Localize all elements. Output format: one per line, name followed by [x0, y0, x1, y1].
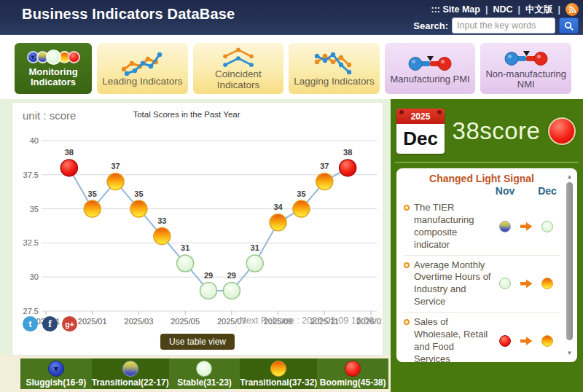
changed-items-list: The TIER manufacturing composite indicat… [404, 198, 560, 362]
tab-label: Lagging Indicators [294, 77, 374, 87]
tab-label: Leading Indicators [102, 77, 182, 87]
legend-label: Booming(45-38) [320, 377, 386, 388]
link-divider: | [485, 4, 488, 15]
google-plus-share-icon[interactable]: g+ [62, 316, 77, 332]
use-table-view-button[interactable]: Use table view [160, 334, 235, 350]
prev-month-header: Nov [493, 185, 517, 197]
tab-label: Coincident Indicators [195, 69, 283, 91]
indicator-link[interactable]: The TIER manufacturing composite indicat… [404, 202, 493, 251]
data-point-label: 34 [273, 203, 283, 211]
current-signal-light [548, 117, 576, 145]
nmi-gauge-icon [502, 47, 550, 69]
bullet-icon [404, 205, 410, 211]
search-label: Search: [413, 20, 448, 31]
tab-non-manufacturing-nmi[interactable]: Non-manufacturing NMI [480, 43, 571, 94]
page-title: Business Indicators DataBase [0, 0, 235, 23]
data-point[interactable] [200, 282, 217, 299]
data-point[interactable] [246, 255, 263, 272]
total-scores-chart-panel: unit : score Total Scores in the Past Ye… [12, 102, 383, 356]
data-point[interactable] [316, 173, 333, 190]
data-point[interactable] [270, 214, 286, 231]
data-point[interactable] [293, 200, 310, 217]
changed-signal-item: Average Monthly Overtime Hours of Indust… [404, 256, 560, 313]
search-row: Search: [413, 17, 579, 34]
data-point[interactable] [130, 200, 147, 217]
indicator-link[interactable]: Sales of Wholesale, Retail and Food Serv… [404, 316, 493, 362]
facebook-share-icon[interactable]: f [42, 316, 58, 332]
tab-coincident-indicators[interactable]: Coincident Indicators [193, 43, 284, 94]
lagging-chart-icon [311, 50, 356, 77]
scroll-down-icon[interactable]: ▼ [567, 350, 573, 356]
leading-chart-icon [120, 50, 165, 77]
scrollbar-thumb[interactable] [566, 182, 573, 340]
coincident-chart-icon [217, 46, 259, 69]
calendar-card: 2025 Dec [396, 109, 445, 154]
data-point-label: 33 [157, 216, 166, 225]
y-tick-label: 37.5 [23, 170, 39, 179]
header-right: ::: Site Map | NDC | 中文版 | Search: [413, 0, 579, 34]
link-divider: | [518, 4, 521, 15]
tab-label: Manufacturing PMI [391, 74, 470, 85]
twitter-share-icon[interactable]: t [23, 316, 38, 332]
social-share-row: t f g+ [23, 316, 77, 332]
search-button[interactable] [559, 17, 579, 34]
indicator-link[interactable]: Average Monthly Overtime Hours of Indust… [404, 259, 493, 309]
data-point-label: 35 [134, 189, 143, 198]
monitoring-circles-icon [27, 50, 80, 65]
data-point[interactable] [107, 173, 124, 190]
legend-item-sluggish: Sluggish(16-9) [20, 358, 92, 389]
data-point[interactable] [177, 255, 194, 272]
data-point-label: 38 [343, 148, 352, 157]
main-content: unit : score Total Scores in the Past Ye… [0, 99, 583, 392]
score-header: 2025 Dec 38score [396, 103, 577, 159]
bullet-icon [404, 319, 410, 325]
search-input[interactable] [452, 17, 555, 34]
data-point[interactable] [60, 160, 77, 176]
prev-signal-light [499, 278, 511, 289]
data-point-label: 38 [65, 148, 74, 157]
pmi-gauge-icon [406, 52, 454, 74]
scroll-up-icon[interactable]: ▲ [567, 174, 573, 180]
legend-signal-light [122, 361, 138, 377]
legend-item-transitional-low: Transitional(22-17) [92, 358, 169, 389]
tab-leading-indicators[interactable]: Leading Indicators [97, 43, 188, 94]
tab-monitoring-indicators[interactable]: Monitoring Indicators [15, 43, 92, 94]
data-point[interactable] [340, 160, 356, 176]
header: Business Indicators DataBase ::: Site Ma… [0, 0, 583, 35]
link-divider: | [558, 4, 561, 15]
data-point[interactable] [223, 282, 240, 299]
top-links: ::: Site Map | NDC | 中文版 | [431, 3, 579, 16]
indicator-label: The TIER manufacturing composite indicat… [414, 202, 493, 251]
x-tick-label: 2025/01 [78, 317, 107, 326]
legend-signal-light [345, 361, 361, 377]
legend-label: Transitional(37-32) [240, 377, 317, 388]
calendar-year: 2025 [396, 109, 445, 124]
arrow-right-icon [520, 222, 533, 232]
score-value: 38score [445, 117, 548, 145]
tab-manufacturing-pmi[interactable]: Manufacturing PMI [385, 43, 476, 94]
next-release-text: Next Release : 2026-03-09 16:00 [240, 315, 374, 326]
link-ndc[interactable]: NDC [493, 4, 512, 15]
link-chinese-version[interactable]: 中文版 [525, 4, 553, 16]
x-tick-label: 2025/05 [171, 317, 200, 326]
data-point-label: 29 [204, 271, 213, 280]
legend-item-stable: Stable(31-23) [169, 358, 240, 389]
legend-item-transitional-high: Transitional(37-32) [240, 358, 317, 389]
y-tick-label: 32.5 [23, 238, 39, 247]
changed-signal-item: Sales of Wholesale, Retail and Food Serv… [404, 313, 560, 362]
data-point-label: 35 [297, 189, 305, 198]
curr-signal-light [541, 335, 553, 347]
tab-lagging-indicators[interactable]: Lagging Indicators [289, 43, 380, 94]
data-point[interactable] [84, 200, 101, 217]
divider [395, 162, 579, 163]
link-site-map[interactable]: ::: Site Map [431, 4, 480, 15]
search-icon [564, 21, 574, 31]
data-point[interactable] [154, 228, 171, 245]
signal-legend: Sluggish(16-9)Transitional(22-17)Stable(… [20, 358, 388, 389]
bullet-icon [404, 262, 410, 268]
rss-icon[interactable] [566, 3, 579, 16]
total-scores-line-chart: 4037.53532.53027.52024/112025/012025/032… [14, 123, 382, 333]
data-point-label: 29 [227, 271, 236, 280]
curr-signal-light [541, 278, 553, 289]
y-tick-label: 40 [30, 136, 39, 145]
